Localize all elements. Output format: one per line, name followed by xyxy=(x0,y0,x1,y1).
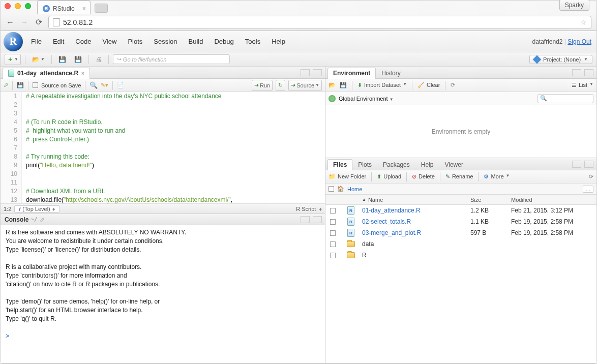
reload-button[interactable]: ⟳ xyxy=(34,18,43,27)
env-filter-input[interactable]: 🔍 xyxy=(538,94,593,103)
r-file-icon xyxy=(347,218,354,226)
notebook-icon[interactable]: 📄 xyxy=(117,82,124,88)
env-scope-selector[interactable]: Global Environment ▼ xyxy=(339,96,394,102)
env-empty-message: Environment is empty xyxy=(325,105,596,158)
sign-out-link[interactable]: Sign Out xyxy=(568,38,591,45)
menu-session[interactable]: Session xyxy=(154,38,177,45)
maximize-pane-icon[interactable] xyxy=(584,161,593,168)
rename-button[interactable]: ✎Rename xyxy=(445,173,473,180)
file-checkbox[interactable] xyxy=(330,219,336,225)
view-toggle[interactable]: ☰List▼ xyxy=(572,82,593,88)
goto-file-function[interactable]: ↪ Go to file/function xyxy=(113,54,230,64)
minimize-pane-icon[interactable] xyxy=(301,69,310,76)
refresh-env-icon[interactable]: ⟳ xyxy=(451,82,455,88)
tab-history[interactable]: History xyxy=(376,68,406,79)
file-row[interactable]: R xyxy=(325,250,596,261)
refresh-files-icon[interactable]: ⟳ xyxy=(589,173,593,180)
bookmark-star-icon[interactable]: ☆ xyxy=(580,18,587,26)
new-folder-button[interactable]: 📁New Folder xyxy=(329,173,366,180)
rerun-button[interactable]: ↻ xyxy=(276,80,285,91)
back-button[interactable]: ← xyxy=(6,18,15,27)
tab-viewer[interactable]: Viewer xyxy=(439,159,468,170)
console-cursor[interactable] xyxy=(13,332,13,340)
menu-help[interactable]: Help xyxy=(272,38,285,45)
source-editor[interactable]: 12345678910111213 # A repeatable investi… xyxy=(1,92,325,203)
file-name[interactable]: 01-day_attendance.R xyxy=(362,207,470,214)
menu-edit[interactable]: Edit xyxy=(53,38,64,45)
clear-button[interactable]: 🧹Clear xyxy=(417,82,440,88)
popout-icon[interactable]: ⬀ xyxy=(4,82,8,88)
minimize-pane-icon[interactable] xyxy=(572,69,581,76)
save-all-button[interactable]: 💾 xyxy=(72,54,84,65)
file-checkbox[interactable] xyxy=(330,230,336,236)
tab-plots[interactable]: Plots xyxy=(352,159,377,170)
new-file-button[interactable]: ＋▼ xyxy=(5,54,21,65)
menu-debug[interactable]: Debug xyxy=(214,38,233,45)
language-label[interactable]: R Script xyxy=(296,206,316,212)
find-replace-icon[interactable]: 🔍 xyxy=(89,81,98,89)
menu-view[interactable]: View xyxy=(102,38,116,45)
project-selector[interactable]: Project: (None) ▼ xyxy=(529,55,592,64)
size-header[interactable]: Size xyxy=(470,197,511,203)
minimize-pane-icon[interactable] xyxy=(572,161,581,168)
run-button[interactable]: ➔Run xyxy=(252,80,273,91)
menu-tools[interactable]: Tools xyxy=(245,38,260,45)
tab-packages[interactable]: Packages xyxy=(377,159,415,170)
file-name[interactable]: R xyxy=(362,252,470,259)
tab-environment[interactable]: Environment xyxy=(327,68,376,79)
close-tab-icon[interactable]: × xyxy=(82,5,86,12)
modified-header[interactable]: Modified xyxy=(511,197,592,203)
breadcrumb-home[interactable]: Home xyxy=(347,186,362,192)
save-workspace-icon[interactable]: 💾 xyxy=(340,82,347,88)
breadcrumb-more[interactable]: … xyxy=(583,186,593,193)
print-button[interactable]: 🖨 xyxy=(93,54,104,65)
tab-help[interactable]: Help xyxy=(415,159,439,170)
file-checkbox[interactable] xyxy=(330,241,336,247)
new-tab-button[interactable] xyxy=(95,4,108,13)
close-source-tab-icon[interactable]: × xyxy=(81,71,84,76)
r-file-icon xyxy=(8,70,14,77)
file-name[interactable]: 02-select_totals.R xyxy=(362,218,470,225)
delete-button[interactable]: ⊘Delete xyxy=(412,173,435,180)
console-output[interactable]: R is free software and comes with ABSOLU… xyxy=(1,225,325,363)
import-dataset-button[interactable]: ⬇Import Dataset▼ xyxy=(357,82,407,88)
minimize-pane-icon[interactable] xyxy=(301,216,310,223)
tab-files[interactable]: Files xyxy=(327,159,352,170)
save-button[interactable]: 💾 xyxy=(56,54,69,65)
file-name[interactable]: 03-merge_and_plot.R xyxy=(362,229,470,236)
source-on-save-checkbox[interactable] xyxy=(33,82,38,88)
file-name[interactable]: data xyxy=(362,240,470,248)
file-row[interactable]: data xyxy=(325,238,596,250)
source-on-save-label: Source on Save xyxy=(41,82,81,88)
source-button[interactable]: ➔Source ▼ xyxy=(288,80,322,91)
menu-build[interactable]: Build xyxy=(189,38,203,45)
file-row[interactable]: 03-merge_and_plot.R 597 B Feb 19, 2015, … xyxy=(325,227,596,238)
select-all-checkbox[interactable] xyxy=(329,186,334,192)
save-file-icon[interactable]: 💾 xyxy=(17,82,24,88)
open-project-button[interactable]: 📂▼ xyxy=(29,54,47,65)
maximize-pane-icon[interactable] xyxy=(313,216,322,223)
file-checkbox[interactable] xyxy=(330,253,336,258)
wand-icon[interactable]: ✎▾ xyxy=(101,82,108,88)
address-bar[interactable]: ☆ xyxy=(48,16,591,29)
source-tab[interactable]: 01-day_attendance.R × xyxy=(3,68,90,79)
browser-tab-rstudio[interactable]: R RStudio × xyxy=(37,1,91,14)
url-input[interactable] xyxy=(63,18,577,26)
maximize-pane-icon[interactable] xyxy=(313,69,322,76)
file-checkbox[interactable] xyxy=(330,208,336,214)
load-workspace-icon[interactable]: 📂 xyxy=(329,82,336,88)
menu-code[interactable]: Code xyxy=(75,38,91,45)
more-button[interactable]: ⚙More▼ xyxy=(484,173,510,180)
maximize-pane-icon[interactable] xyxy=(584,69,593,76)
file-row[interactable]: 01-day_attendance.R 1.2 KB Feb 21, 2015,… xyxy=(325,205,596,216)
menu-plots[interactable]: Plots xyxy=(128,38,142,45)
console-pane: Console ~/ ⬀ R is free software and come… xyxy=(1,214,325,363)
menu-file[interactable]: File xyxy=(31,38,42,45)
upload-button[interactable]: ⬆Upload xyxy=(377,173,401,180)
sort-by-name[interactable]: ▲Name xyxy=(362,197,470,203)
popout-console-icon[interactable]: ⬀ xyxy=(40,216,45,223)
scope-selector[interactable]: f (Top Level) ♦ xyxy=(14,205,59,213)
file-row[interactable]: 02-select_totals.R 1.1 KB Feb 19, 2015, … xyxy=(325,216,596,227)
forward-button[interactable]: → xyxy=(20,18,29,27)
home-icon[interactable]: 🏠 xyxy=(337,186,344,192)
